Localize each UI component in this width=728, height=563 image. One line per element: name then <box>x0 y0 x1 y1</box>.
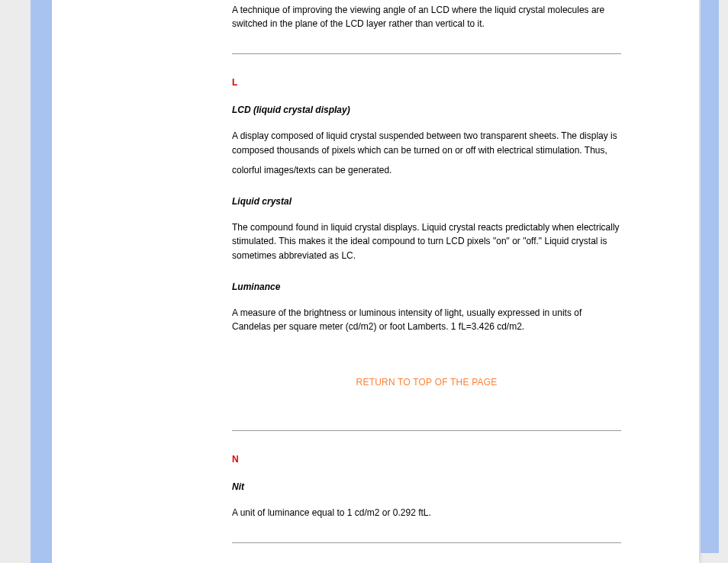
decorative-blue-bar-right <box>701 0 719 553</box>
glossary-definition: colorful images/texts can be generated. <box>232 163 621 178</box>
glossary-term: Luminance <box>232 282 621 292</box>
glossary-term: LCD (liquid crystal display) <box>232 105 621 115</box>
decorative-blue-bar-left <box>31 0 52 563</box>
glossary-definition: A measure of the brightness or luminous … <box>232 306 621 334</box>
glossary-term: Nit <box>232 481 621 492</box>
section-letter-N: N <box>232 454 621 465</box>
document-paper: A technique of improving the viewing ang… <box>52 0 699 563</box>
glossary-definition: A display composed of liquid crystal sus… <box>232 129 621 157</box>
glossary-content: A technique of improving the viewing ang… <box>232 0 621 563</box>
divider <box>232 430 621 431</box>
return-to-top-link[interactable]: RETURN TO TOP OF THE PAGE <box>356 377 498 388</box>
glossary-definition: The compound found in liquid crystal dis… <box>232 220 621 263</box>
glossary-term: Liquid crystal <box>232 196 621 207</box>
section-letter-L: L <box>232 77 621 88</box>
divider <box>232 542 621 543</box>
return-to-top-wrapper: RETURN TO TOP OF THE PAGE <box>232 377 621 388</box>
glossary-definition: A unit of luminance equal to 1 cd/m2 or … <box>232 506 621 520</box>
divider <box>232 53 621 54</box>
intro-paragraph: A technique of improving the viewing ang… <box>232 0 621 31</box>
